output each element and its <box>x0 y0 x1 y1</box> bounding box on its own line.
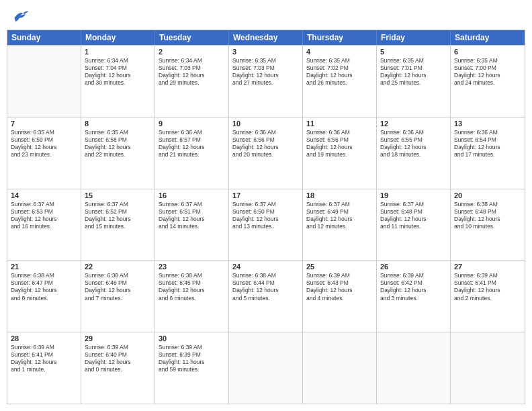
calendar-cell: 13Sunrise: 6:36 AM Sunset: 6:54 PM Dayli… <box>451 118 525 189</box>
day-number: 13 <box>454 120 521 128</box>
day-info: Sunrise: 6:39 AM Sunset: 6:41 PM Dayligh… <box>11 344 77 373</box>
calendar-row-4: 21Sunrise: 6:38 AM Sunset: 6:47 PM Dayli… <box>7 260 525 332</box>
day-info: Sunrise: 6:39 AM Sunset: 6:40 PM Dayligh… <box>85 344 151 373</box>
header <box>7 7 525 26</box>
day-number: 3 <box>232 48 299 56</box>
logo-icon <box>9 7 28 26</box>
day-info: Sunrise: 6:35 AM Sunset: 7:02 PM Dayligh… <box>306 57 373 87</box>
day-info: Sunrise: 6:36 AM Sunset: 6:55 PM Dayligh… <box>380 129 447 158</box>
day-info: Sunrise: 6:36 AM Sunset: 6:54 PM Dayligh… <box>454 129 521 158</box>
calendar-cell <box>7 46 81 117</box>
day-number: 7 <box>11 120 77 128</box>
day-info: Sunrise: 6:37 AM Sunset: 6:52 PM Dayligh… <box>85 201 151 230</box>
calendar-cell: 6Sunrise: 6:35 AM Sunset: 7:00 PM Daylig… <box>451 46 525 117</box>
calendar-cell: 26Sunrise: 6:39 AM Sunset: 6:42 PM Dayli… <box>377 261 451 332</box>
day-number: 25 <box>306 263 373 271</box>
day-number: 21 <box>11 263 77 271</box>
calendar-cell: 27Sunrise: 6:39 AM Sunset: 6:41 PM Dayli… <box>451 261 525 332</box>
day-info: Sunrise: 6:38 AM Sunset: 6:47 PM Dayligh… <box>11 272 77 302</box>
day-number: 14 <box>11 191 77 199</box>
calendar-body: 1Sunrise: 6:34 AM Sunset: 7:04 PM Daylig… <box>7 45 525 404</box>
calendar: SundayMondayTuesdayWednesdayThursdayFrid… <box>7 30 525 404</box>
day-info: Sunrise: 6:37 AM Sunset: 6:50 PM Dayligh… <box>232 201 299 230</box>
day-number: 26 <box>380 263 447 271</box>
day-number: 9 <box>159 120 225 128</box>
calendar-cell <box>451 332 525 404</box>
calendar-cell: 25Sunrise: 6:39 AM Sunset: 6:43 PM Dayli… <box>303 261 377 332</box>
day-number: 15 <box>85 191 151 199</box>
day-info: Sunrise: 6:36 AM Sunset: 6:56 PM Dayligh… <box>232 129 299 158</box>
calendar-cell: 9Sunrise: 6:36 AM Sunset: 6:57 PM Daylig… <box>155 118 229 189</box>
day-number: 23 <box>159 263 225 271</box>
calendar-cell: 22Sunrise: 6:38 AM Sunset: 6:46 PM Dayli… <box>81 261 155 332</box>
day-number: 8 <box>85 120 151 128</box>
day-number: 18 <box>306 191 373 199</box>
header-day-sunday: Sunday <box>7 30 81 45</box>
calendar-cell: 30Sunrise: 6:39 AM Sunset: 6:39 PM Dayli… <box>155 332 229 404</box>
day-info: Sunrise: 6:35 AM Sunset: 6:58 PM Dayligh… <box>85 129 151 158</box>
day-number: 16 <box>159 191 225 199</box>
calendar-cell: 28Sunrise: 6:39 AM Sunset: 6:41 PM Dayli… <box>7 332 81 404</box>
day-number: 19 <box>380 191 447 199</box>
calendar-cell <box>229 332 303 404</box>
calendar-cell: 1Sunrise: 6:34 AM Sunset: 7:04 PM Daylig… <box>81 46 155 117</box>
day-info: Sunrise: 6:35 AM Sunset: 7:03 PM Dayligh… <box>232 57 299 87</box>
calendar-row-1: 1Sunrise: 6:34 AM Sunset: 7:04 PM Daylig… <box>7 45 525 117</box>
calendar-cell: 16Sunrise: 6:37 AM Sunset: 6:51 PM Dayli… <box>155 189 229 261</box>
day-info: Sunrise: 6:37 AM Sunset: 6:49 PM Dayligh… <box>306 201 373 230</box>
day-number: 5 <box>380 48 447 56</box>
day-number: 2 <box>159 48 225 56</box>
day-info: Sunrise: 6:35 AM Sunset: 7:01 PM Dayligh… <box>380 57 447 87</box>
header-day-wednesday: Wednesday <box>229 30 303 45</box>
day-info: Sunrise: 6:38 AM Sunset: 6:48 PM Dayligh… <box>454 201 521 230</box>
calendar-cell <box>377 332 451 404</box>
day-info: Sunrise: 6:37 AM Sunset: 6:53 PM Dayligh… <box>11 201 77 230</box>
day-info: Sunrise: 6:35 AM Sunset: 7:00 PM Dayligh… <box>454 57 521 87</box>
calendar-cell <box>303 332 377 404</box>
day-number: 4 <box>306 48 373 56</box>
calendar-cell: 17Sunrise: 6:37 AM Sunset: 6:50 PM Dayli… <box>229 189 303 261</box>
day-number: 27 <box>454 263 521 271</box>
day-number: 11 <box>306 120 373 128</box>
day-number: 12 <box>380 120 447 128</box>
day-info: Sunrise: 6:38 AM Sunset: 6:45 PM Dayligh… <box>159 272 225 302</box>
calendar-cell: 18Sunrise: 6:37 AM Sunset: 6:49 PM Dayli… <box>303 189 377 261</box>
day-number: 20 <box>454 191 521 199</box>
header-day-thursday: Thursday <box>303 30 377 45</box>
day-info: Sunrise: 6:39 AM Sunset: 6:39 PM Dayligh… <box>159 344 225 373</box>
header-day-saturday: Saturday <box>451 30 525 45</box>
calendar-cell: 14Sunrise: 6:37 AM Sunset: 6:53 PM Dayli… <box>7 189 81 261</box>
day-info: Sunrise: 6:39 AM Sunset: 6:43 PM Dayligh… <box>306 272 373 302</box>
calendar-cell: 5Sunrise: 6:35 AM Sunset: 7:01 PM Daylig… <box>377 46 451 117</box>
day-number: 1 <box>85 48 151 56</box>
calendar-cell: 12Sunrise: 6:36 AM Sunset: 6:55 PM Dayli… <box>377 118 451 189</box>
day-info: Sunrise: 6:38 AM Sunset: 6:46 PM Dayligh… <box>85 272 151 302</box>
day-number: 22 <box>85 263 151 271</box>
day-number: 10 <box>232 120 299 128</box>
calendar-cell: 20Sunrise: 6:38 AM Sunset: 6:48 PM Dayli… <box>451 189 525 261</box>
calendar-row-3: 14Sunrise: 6:37 AM Sunset: 6:53 PM Dayli… <box>7 189 525 261</box>
calendar-cell: 10Sunrise: 6:36 AM Sunset: 6:56 PM Dayli… <box>229 118 303 189</box>
header-day-monday: Monday <box>81 30 155 45</box>
calendar-cell: 29Sunrise: 6:39 AM Sunset: 6:40 PM Dayli… <box>81 332 155 404</box>
day-info: Sunrise: 6:36 AM Sunset: 6:56 PM Dayligh… <box>306 129 373 158</box>
day-info: Sunrise: 6:34 AM Sunset: 7:03 PM Dayligh… <box>159 57 225 87</box>
day-number: 24 <box>232 263 299 271</box>
day-info: Sunrise: 6:36 AM Sunset: 6:57 PM Dayligh… <box>159 129 225 158</box>
calendar-cell: 7Sunrise: 6:35 AM Sunset: 6:59 PM Daylig… <box>7 118 81 189</box>
calendar-row-5: 28Sunrise: 6:39 AM Sunset: 6:41 PM Dayli… <box>7 332 525 404</box>
day-info: Sunrise: 6:39 AM Sunset: 6:41 PM Dayligh… <box>454 272 521 302</box>
calendar-cell: 23Sunrise: 6:38 AM Sunset: 6:45 PM Dayli… <box>155 261 229 332</box>
calendar-cell: 2Sunrise: 6:34 AM Sunset: 7:03 PM Daylig… <box>155 46 229 117</box>
logo <box>9 7 31 26</box>
day-info: Sunrise: 6:35 AM Sunset: 6:59 PM Dayligh… <box>11 129 77 158</box>
calendar-cell: 24Sunrise: 6:38 AM Sunset: 6:44 PM Dayli… <box>229 261 303 332</box>
day-number: 17 <box>232 191 299 199</box>
calendar-cell: 4Sunrise: 6:35 AM Sunset: 7:02 PM Daylig… <box>303 46 377 117</box>
day-number: 29 <box>85 334 151 342</box>
day-number: 28 <box>11 334 77 342</box>
day-number: 30 <box>159 334 225 342</box>
calendar-cell: 19Sunrise: 6:37 AM Sunset: 6:48 PM Dayli… <box>377 189 451 261</box>
calendar-cell: 15Sunrise: 6:37 AM Sunset: 6:52 PM Dayli… <box>81 189 155 261</box>
day-number: 6 <box>454 48 521 56</box>
